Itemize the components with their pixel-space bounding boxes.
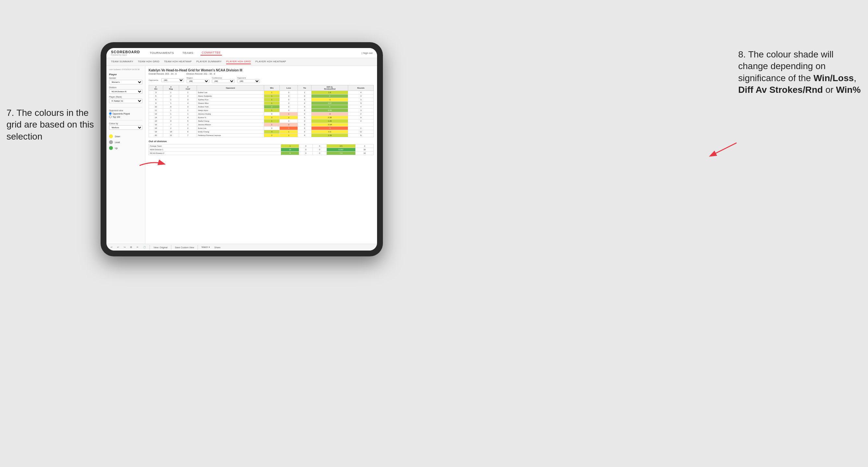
opponents-filter-select[interactable]: (All) xyxy=(161,78,184,82)
cell-reg: 1 xyxy=(163,109,179,112)
cell-tie: 0 xyxy=(298,134,311,137)
cell-loss: 1 xyxy=(280,134,298,137)
ood-table-row: Foreign Team 1 0 0 4.5 2 xyxy=(149,145,374,148)
cell-opponent: Jessica Huang xyxy=(197,112,264,116)
cell-tie: 1 xyxy=(298,91,311,94)
cell-div: 20 xyxy=(149,134,163,137)
cell-reg: 2 xyxy=(163,127,179,130)
cell-win: 1 xyxy=(264,109,280,112)
cell-rounds: 3 xyxy=(348,109,374,112)
radio-opponents-played[interactable]: Opponents Played xyxy=(109,112,143,115)
cell-rounds: 3 xyxy=(348,101,374,105)
copy-btn[interactable]: ⊞ xyxy=(129,246,133,249)
cell-loss: 0 xyxy=(280,98,298,101)
tab-player-h2h-heatmap[interactable]: PLAYER H2H HEATMAP xyxy=(255,59,286,64)
conference-filter-group: Conference (All) xyxy=(212,77,235,83)
toolbar-divider2 xyxy=(171,245,171,250)
legend-level-label: Level xyxy=(115,141,120,144)
watch-btn[interactable]: Watch ▾ xyxy=(200,246,211,249)
cell-reg: 7 xyxy=(163,123,179,127)
tab-player-h2h-grid[interactable]: PLAYER H2H GRID xyxy=(226,59,251,64)
conference-select[interactable]: (All) xyxy=(212,79,235,83)
ood-win: 5 xyxy=(281,152,299,155)
nav-committee[interactable]: COMMITTEE xyxy=(200,50,222,56)
cell-diff: -3 xyxy=(311,112,348,116)
conference-label: Conference xyxy=(212,77,235,79)
cell-div: 14 xyxy=(149,116,163,119)
cell-conf: 1 xyxy=(179,109,197,112)
redo2-btn[interactable]: ↪ xyxy=(123,246,127,249)
radio-top100[interactable]: Top 100 xyxy=(109,116,143,118)
opponents-filter-label: Opponents: xyxy=(149,79,159,81)
bottom-toolbar: ↩ ↩ ↪ ⊞ ✏ 🕐 View: Original Save Custom V… xyxy=(106,244,377,251)
cell-win: 0 xyxy=(264,127,280,130)
cell-tie: 0 xyxy=(298,101,311,105)
edit-btn[interactable]: ✏ xyxy=(136,246,140,249)
cell-diff: 3.33 xyxy=(311,109,348,112)
division-select[interactable]: NCAA Division III xyxy=(109,89,143,94)
player-rank-select[interactable]: 8. Katelyn Vo xyxy=(109,99,143,103)
cell-tie: 0 xyxy=(298,105,311,109)
share-btn[interactable]: Share xyxy=(214,246,222,249)
ood-rounds: 2 xyxy=(355,145,374,148)
cell-div: 18 xyxy=(149,127,163,130)
cell-rounds: 4 xyxy=(348,91,374,94)
table-row: 20 11 7 Federica Domecq Lacroze 2 1 0 1.… xyxy=(149,134,374,137)
opponent-select[interactable]: (All) xyxy=(237,79,260,83)
ood-tie: 0 xyxy=(313,148,327,152)
tab-team-h2h-heatmap[interactable]: TEAM H2H HEATMAP xyxy=(164,59,192,64)
nav-tournaments[interactable]: TOURNAMENTS xyxy=(148,51,175,55)
sign-out-link[interactable]: | Sign out xyxy=(362,52,373,55)
cell-conf: 5 xyxy=(179,119,197,123)
legend-area: Down Level Up xyxy=(109,134,143,150)
top-nav: SCOREBOARD Powered by clippd TOURNAMENTS… xyxy=(106,48,377,58)
cell-loss: 2 xyxy=(280,116,298,119)
cell-loss: 1 xyxy=(280,130,298,134)
table-row: 15 8 5 Stella Cheng 1 0 0 1.25 4 xyxy=(149,119,374,123)
cell-div: 5 xyxy=(149,94,163,98)
cell-conf: 1 xyxy=(179,112,197,116)
undo-btn[interactable]: ↩ xyxy=(110,246,114,249)
cell-opponent: Emily Chang xyxy=(197,130,264,134)
cell-conf: 3 xyxy=(179,98,197,101)
filters-row: Opponents: (All) Region (All) Conference… xyxy=(149,77,374,83)
cell-tie: 0 xyxy=(298,127,311,130)
cell-loss: 0 xyxy=(280,109,298,112)
cell-tie: 0 xyxy=(298,119,311,123)
legend-up-dot xyxy=(109,146,113,150)
nav-teams[interactable]: TEAMS xyxy=(181,51,195,55)
cell-opponent: Esther Lee xyxy=(197,91,264,94)
sidebar: Last Updated: 27/03/2024 16:55:38 Player… xyxy=(106,66,145,244)
cell-tie: 0 xyxy=(298,112,311,116)
division-label: Division xyxy=(109,86,143,89)
gender-select[interactable]: Women's xyxy=(109,80,143,84)
ood-table-row: NCAA Division 2 5 0 0 7.4 10 xyxy=(149,152,374,155)
cell-div: 13 xyxy=(149,112,163,116)
cell-div: 3 xyxy=(149,91,163,94)
tab-player-summary[interactable]: PLAYER SUMMARY xyxy=(196,59,222,64)
th-reg: #Reg xyxy=(163,85,179,91)
table-row: 11 1 1 Heejo Hyun 1 0 0 3.33 3 xyxy=(149,109,374,112)
cell-tie: 0 xyxy=(298,94,311,98)
clock-btn[interactable]: 🕐 xyxy=(142,246,147,249)
colour-by-select[interactable]: Win/loss xyxy=(109,125,143,130)
cell-conf: 4 xyxy=(179,116,197,119)
cell-tie: 0 xyxy=(298,116,311,119)
view-original-btn[interactable]: View: Original xyxy=(153,246,168,249)
table-row: 14 7 4 Eunice Yi 2 2 0 0.38 9 xyxy=(149,116,374,119)
cell-opponent: Jessica Mason xyxy=(197,123,264,127)
grid-content: Katelyn Vo Head-to-Head Grid for Women's… xyxy=(145,66,377,244)
legend-level-dot xyxy=(109,140,113,144)
opponent-view-group: Opponents Played Top 100 xyxy=(109,112,143,118)
th-diff: Diff AvStrokes/Rnd xyxy=(311,85,348,91)
cell-conf: 2 xyxy=(179,94,197,98)
redo-btn[interactable]: ↩ xyxy=(116,246,120,249)
region-select[interactable]: (All) xyxy=(187,79,209,83)
cell-opponent: Stella Cheng xyxy=(197,119,264,123)
tab-team-h2h-grid[interactable]: TEAM H2H GRID xyxy=(138,59,160,64)
tab-team-summary[interactable]: TEAM SUMMARY xyxy=(111,59,133,64)
cell-tie: 0 xyxy=(298,109,311,112)
cell-reg: 2 xyxy=(163,94,179,98)
save-custom-btn[interactable]: Save Custom View xyxy=(174,246,195,249)
cell-conf: 1 xyxy=(179,123,197,127)
